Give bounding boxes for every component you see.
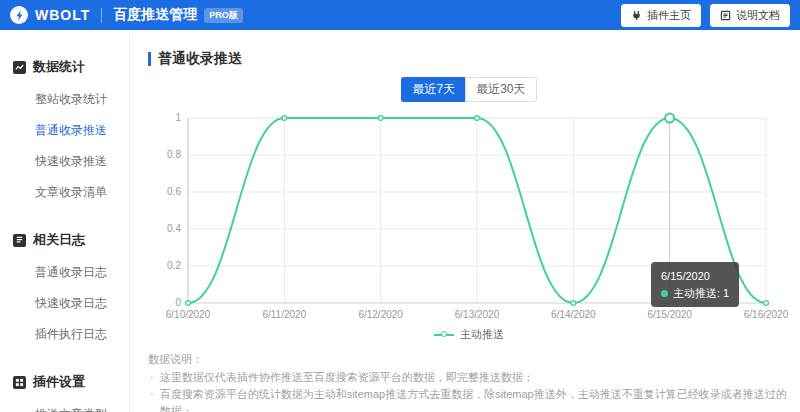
page-title: 百度推送管理	[113, 6, 197, 24]
svg-text:0.2: 0.2	[167, 260, 181, 271]
push-chart[interactable]: 6/10/20206/11/20206/12/20206/13/20206/14…	[148, 110, 790, 342]
svg-text:6/11/2020: 6/11/2020	[262, 309, 306, 320]
sidebar-group-logs: 相关日志 普通收录日志 快速收录日志 插件执行日志	[0, 225, 129, 350]
plugin-home-label: 插件主页	[647, 8, 691, 23]
svg-text:6/15/2020: 6/15/2020	[647, 309, 692, 320]
sidebar-group-logs-header: 相关日志	[0, 225, 129, 257]
title-accent-bar	[148, 52, 151, 66]
docs-button[interactable]: 说明文档	[710, 4, 790, 27]
sidebar-item-site-index-stats[interactable]: 整站收录统计	[0, 84, 129, 115]
svg-text:6/16/2020: 6/16/2020	[744, 309, 789, 320]
tooltip-value: 主动推送: 1	[673, 287, 729, 299]
sidebar-item-fast-log[interactable]: 快速收录日志	[0, 288, 129, 319]
sidebar-group-stats-header: 数据统计	[0, 52, 129, 84]
sidebar-group-settings-header: 插件设置	[0, 367, 129, 399]
pro-version-badge: PRO版	[204, 8, 243, 23]
data-notes: 数据说明： 这里数据仅代表插件协作推送至百度搜索资源平台的数据，即完整推送数据；…	[148, 351, 790, 412]
series-dot-icon	[661, 290, 668, 297]
sidebar-item-fast-push[interactable]: 快速收录推送	[0, 146, 129, 177]
sidebar: 数据统计 整站收录统计 普通收录推送 快速收录推送 文章收录清单 相关日志 普通…	[0, 30, 130, 412]
sidebar-item-article-list[interactable]: 文章收录清单	[0, 177, 129, 208]
brand-name: WBOLT	[35, 7, 90, 23]
svg-text:1: 1	[175, 112, 181, 123]
section-title-text: 普通收录推送	[158, 50, 242, 68]
docs-label: 说明文档	[736, 8, 780, 23]
sidebar-item-push-article-type[interactable]: 推送文章类型	[0, 399, 129, 412]
log-file-icon	[13, 234, 26, 247]
main-content: 普通收录推送 最近7天 最近30天 6/10/20206/11/20206/12…	[130, 30, 800, 412]
legend-label: 主动推送	[460, 327, 504, 342]
date-range-tabs: 最近7天 最近30天	[148, 77, 790, 102]
tooltip-value-row: 主动推送: 1	[661, 285, 729, 302]
settings-grid-icon	[13, 376, 26, 389]
svg-text:0.6: 0.6	[167, 186, 181, 197]
sidebar-group-title: 插件设置	[33, 373, 85, 391]
top-header: WBOLT 百度推送管理 PRO版 插件主页 说明文档	[0, 0, 800, 30]
legend-line-marker-icon	[434, 334, 454, 336]
sidebar-group-title: 数据统计	[33, 58, 85, 76]
document-icon	[720, 10, 731, 21]
svg-text:0.8: 0.8	[167, 149, 181, 160]
svg-text:6/14/2020: 6/14/2020	[551, 309, 596, 320]
tab-last-7-days[interactable]: 最近7天	[401, 77, 465, 102]
svg-text:6/10/2020: 6/10/2020	[166, 309, 211, 320]
svg-text:0: 0	[175, 297, 181, 308]
svg-text:6/13/2020: 6/13/2020	[455, 309, 500, 320]
wbolt-logo-icon	[10, 6, 28, 24]
note-line: 这里数据仅代表插件协作推送至百度搜索资源平台的数据，即完整推送数据；	[148, 369, 790, 386]
sidebar-group-title: 相关日志	[33, 231, 85, 249]
notes-title: 数据说明：	[148, 351, 790, 368]
svg-text:6/12/2020: 6/12/2020	[358, 309, 403, 320]
sidebar-item-normal-log[interactable]: 普通收录日志	[0, 257, 129, 288]
tooltip-date: 6/15/2020	[661, 268, 729, 285]
tab-last-30-days[interactable]: 最近30天	[465, 77, 536, 102]
chart-stats-icon	[13, 61, 26, 74]
plug-icon	[631, 10, 642, 21]
svg-text:0.4: 0.4	[167, 223, 181, 234]
header-divider	[101, 8, 102, 23]
section-title: 普通收录推送	[148, 50, 790, 68]
chart-tooltip: 6/15/2020 主动推送: 1	[651, 262, 739, 307]
plugin-home-button[interactable]: 插件主页	[621, 4, 701, 27]
note-line: 百度搜索资源平台的统计数据为主动和sitemap推送方式去重数据，除sitema…	[148, 386, 790, 412]
sidebar-group-stats: 数据统计 整站收录统计 普通收录推送 快速收录推送 文章收录清单	[0, 52, 129, 208]
sidebar-group-settings: 插件设置 推送文章类型 普通收录推送 快速收录推送 百度收录查询	[0, 367, 129, 412]
sidebar-item-plugin-exec-log[interactable]: 插件执行日志	[0, 319, 129, 350]
legend-item-active-push[interactable]: 主动推送	[148, 327, 790, 342]
sidebar-item-normal-push[interactable]: 普通收录推送	[0, 115, 129, 146]
